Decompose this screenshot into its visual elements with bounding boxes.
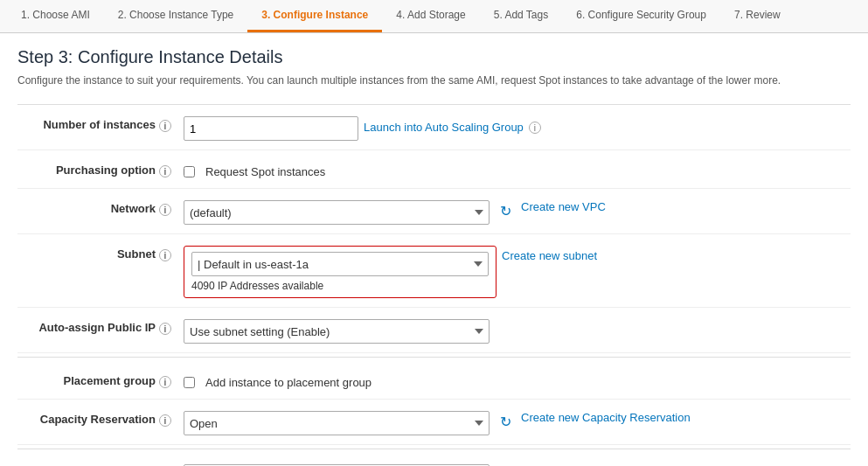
capacity-reservation-row: Capacity Reservation i Open ↻ Create new…	[17, 400, 851, 445]
launch-auto-scaling-info-icon[interactable]: i	[529, 122, 541, 134]
create-vpc-link[interactable]: Create new VPC	[521, 200, 606, 213]
subnet-info-icon[interactable]: i	[159, 249, 171, 261]
page-content: Step 3: Configure Instance Details Confi…	[0, 33, 868, 466]
placement-group-checkbox[interactable]	[184, 377, 195, 388]
wizard-step-configure-instance[interactable]: 3. Configure Instance	[247, 0, 382, 32]
network-refresh-button[interactable]: ↻	[495, 200, 516, 221]
page-title: Step 3: Configure Instance Details	[17, 47, 851, 67]
subnet-ip-available: 4090 IP Addresses available	[191, 280, 489, 292]
auto-assign-ip-row: Auto-assign Public IP i Use subnet setti…	[17, 308, 851, 353]
purchasing-option-row: Purchasing option i Request Spot instanc…	[17, 150, 851, 189]
network-info-icon[interactable]: i	[159, 204, 171, 216]
subnet-row: Subnet i | Default in us-east-1a 4090 IP…	[17, 234, 851, 308]
page-description: Configure the instance to suit your requ…	[17, 73, 851, 88]
wizard-step-choose-ami[interactable]: 1. Choose AMI	[7, 0, 104, 32]
wizard-step-configure-security-group[interactable]: 6. Configure Security Group	[562, 0, 720, 32]
purchasing-option-label: Purchasing option	[56, 163, 156, 177]
create-subnet-link[interactable]: Create new subnet	[502, 249, 597, 262]
domain-join-row: Domain join directory i No directory ↻ C…	[17, 453, 851, 466]
auto-assign-ip-label: Auto-assign Public IP	[38, 321, 156, 334]
auto-assign-ip-info-icon[interactable]: i	[159, 323, 171, 335]
launch-auto-scaling-link[interactable]: Launch into Auto Scaling Group	[364, 121, 524, 134]
wizard-step-choose-instance-type[interactable]: 2. Choose Instance Type	[104, 0, 248, 32]
subnet-select[interactable]: | Default in us-east-1a	[191, 252, 489, 276]
network-select[interactable]: (default)	[184, 200, 490, 225]
capacity-reservation-refresh-button[interactable]: ↻	[495, 411, 516, 432]
purchasing-option-info-icon[interactable]: i	[159, 165, 171, 177]
subnet-label: Subnet	[117, 247, 156, 261]
placement-group-info-icon[interactable]: i	[159, 376, 171, 388]
wizard-step-review[interactable]: 7. Review	[720, 0, 795, 32]
network-row: Network i (default) ↻ Create new VPC	[17, 189, 851, 234]
network-label: Network	[111, 202, 156, 215]
capacity-reservation-info-icon[interactable]: i	[159, 414, 171, 427]
add-placement-label[interactable]: Add instance to placement group	[184, 372, 372, 389]
wizard-step-add-storage[interactable]: 4. Add Storage	[382, 0, 479, 32]
request-spot-checkbox[interactable]	[184, 166, 195, 177]
divider-2	[17, 449, 851, 449]
number-of-instances-label: Number of instances	[43, 118, 156, 131]
capacity-reservation-label: Capacity Reservation	[40, 413, 156, 426]
form-section: Number of instances i Launch into Auto S…	[17, 104, 851, 466]
wizard-step-add-tags[interactable]: 5. Add Tags	[480, 0, 563, 32]
wizard-nav: 1. Choose AMI 2. Choose Instance Type 3.…	[0, 0, 868, 33]
auto-assign-ip-select[interactable]: Use subnet setting (Enable)	[184, 319, 490, 344]
subnet-box: | Default in us-east-1a 4090 IP Addresse…	[184, 246, 496, 298]
number-of-instances-input[interactable]	[184, 116, 358, 141]
placement-group-row: Placement group i Add instance to placem…	[17, 361, 851, 400]
create-capacity-link[interactable]: Create new Capacity Reservation	[521, 411, 691, 424]
divider-1	[17, 357, 851, 358]
request-spot-label[interactable]: Request Spot instances	[184, 162, 325, 178]
number-of-instances-row: Number of instances i Launch into Auto S…	[17, 105, 851, 150]
number-of-instances-info-icon[interactable]: i	[159, 120, 171, 132]
placement-group-label: Placement group	[64, 374, 156, 387]
capacity-reservation-select[interactable]: Open	[184, 411, 490, 435]
